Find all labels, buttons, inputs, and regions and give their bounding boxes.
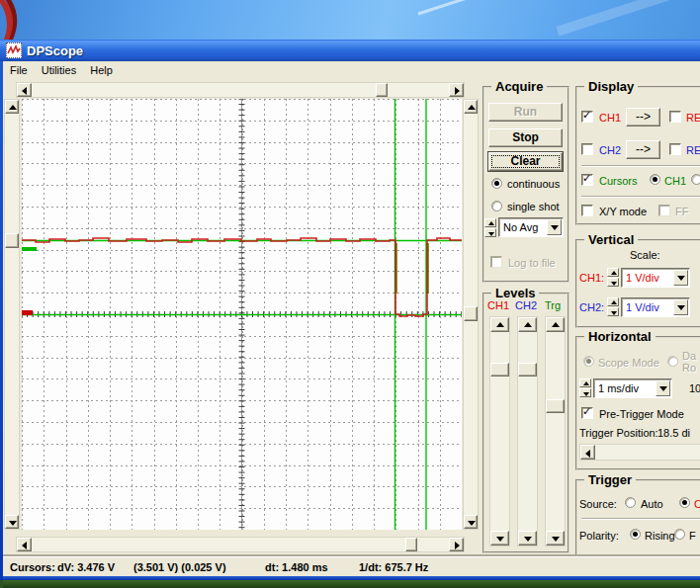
fft-checkbox[interactable]	[658, 205, 670, 216]
title-bar[interactable]: DPScope	[0, 40, 700, 61]
dropdown-arrow-icon[interactable]	[656, 380, 670, 396]
down-arrow-icon	[9, 521, 17, 526]
datarec-radio[interactable]	[667, 356, 678, 367]
run-button[interactable]: Run	[488, 103, 563, 122]
ch2-level-thumb[interactable]	[518, 363, 537, 377]
spin-down-icon[interactable]	[484, 228, 496, 237]
ch1-level-thumb[interactable]	[490, 363, 509, 377]
xy-mode-checkbox[interactable]	[581, 205, 593, 216]
screen: DPScope File Utilities Help Acquire Run …	[0, 0, 700, 588]
cursor-v2-thumb[interactable]	[464, 306, 478, 321]
trg-level-up[interactable]	[546, 317, 565, 332]
ch1-scale-spinner[interactable]	[607, 268, 619, 287]
menu-utilities[interactable]: Utilities	[35, 62, 83, 78]
trigger-source-ch1-radio[interactable]	[679, 497, 690, 508]
cursor-t2-scrollbar[interactable]	[16, 537, 465, 552]
dropdown-arrow-icon[interactable]	[673, 299, 688, 315]
ch2-level-slider[interactable]	[517, 316, 538, 546]
cursor-v1-thumb[interactable]	[5, 233, 19, 248]
cursors-ch1-radio[interactable]	[650, 174, 660, 185]
ch2-transfer-button[interactable]: -->	[626, 140, 660, 159]
menu-file[interactable]: File	[3, 62, 35, 78]
ch1-level-slider[interactable]	[489, 316, 510, 546]
trg-level-thumb[interactable]	[546, 399, 565, 413]
desktop-grass	[0, 580, 700, 588]
timebase-spinner[interactable]	[579, 378, 591, 397]
log-to-file-checkbox[interactable]	[490, 256, 502, 268]
pretrigger-label: Pre-Trigger Mode	[599, 408, 684, 420]
cursors-checkbox[interactable]	[581, 174, 593, 186]
vertical-ch2-label: CH2:	[579, 301, 604, 313]
cursor-t2-left-arrow[interactable]	[17, 538, 32, 551]
dropdown-arrow-icon[interactable]	[547, 219, 562, 235]
trigger-source-auto-radio[interactable]	[625, 497, 636, 508]
trigger-position-value: 18.5 di	[657, 427, 690, 439]
left-arrow-icon	[585, 450, 590, 458]
datarec-label-1: Da	[682, 350, 696, 362]
cursor-v1-up-arrow[interactable]	[5, 100, 19, 114]
trg-level-down[interactable]	[546, 531, 565, 546]
cursor-t1-left-arrow[interactable]	[17, 83, 32, 97]
ch2-level-down[interactable]	[518, 531, 537, 546]
ch1-display-checkbox[interactable]	[581, 111, 593, 123]
levels-trg-label: Trg	[545, 299, 561, 311]
continuous-radio[interactable]	[491, 178, 502, 189]
scope-mode-label: Scope Mode	[598, 357, 659, 369]
polarity-rising-label: Rising	[645, 530, 675, 542]
cursor-t2-right-arrow[interactable]	[449, 538, 464, 551]
avg-dropdown[interactable]: No Avg	[498, 217, 564, 237]
trigger-polarity-label: Polarity:	[579, 530, 619, 542]
window-border	[0, 576, 700, 580]
up-arrow-icon	[552, 322, 560, 327]
cursor-v2-up-arrow[interactable]	[464, 100, 478, 114]
ch2-ref-checkbox[interactable]	[669, 143, 681, 155]
spin-up-icon[interactable]	[484, 218, 496, 227]
ch2-level-up[interactable]	[518, 317, 537, 332]
ch2-scale-spinner[interactable]	[607, 297, 619, 316]
spin-up-icon[interactable]	[579, 378, 591, 387]
spin-down-icon[interactable]	[579, 388, 591, 397]
spin-down-icon[interactable]	[607, 278, 619, 287]
dropdown-arrow-icon[interactable]	[673, 270, 688, 286]
ch1-ref-checkbox[interactable]	[669, 111, 681, 123]
cursor-v2-down-arrow[interactable]	[464, 515, 478, 529]
trg-level-slider[interactable]	[545, 316, 566, 546]
up-arrow-icon	[524, 322, 532, 327]
single-shot-radio[interactable]	[491, 201, 502, 211]
ch2-scale-dropdown[interactable]: 1 V/div	[621, 297, 690, 317]
cursors-ch2-radio[interactable]	[691, 174, 700, 185]
cursor-t1-scrollbar[interactable]	[16, 82, 465, 98]
scale-label: Scale:	[630, 249, 660, 261]
stop-button[interactable]: Stop	[488, 128, 563, 147]
scope-mode-radio[interactable]	[583, 356, 594, 367]
trigger-position-scrollbar[interactable]	[579, 444, 700, 461]
ch2-display-checkbox[interactable]	[581, 143, 593, 155]
ch1-scale-dropdown[interactable]: 1 V/div	[621, 268, 690, 288]
cursor-v1-down-arrow[interactable]	[5, 515, 19, 529]
polarity-falling-radio[interactable]	[674, 529, 685, 540]
avg-spinner[interactable]	[484, 218, 496, 237]
down-arrow-icon	[524, 537, 532, 542]
polarity-rising-radio[interactable]	[630, 529, 641, 540]
scope-display[interactable]	[22, 99, 462, 530]
timebase-dropdown[interactable]: 1 ms/div	[593, 378, 672, 398]
cursor-t2-thumb[interactable]	[405, 538, 417, 551]
menu-bar: File Utilities Help	[3, 61, 700, 78]
spin-up-icon[interactable]	[607, 297, 619, 306]
menu-help[interactable]: Help	[83, 62, 120, 78]
cursors-ch1-label: CH1	[664, 175, 686, 187]
cursor-t1-right-arrow[interactable]	[449, 83, 464, 97]
spin-down-icon[interactable]	[607, 307, 619, 316]
acquire-group-title: Acquire	[491, 79, 547, 94]
pretrigger-checkbox[interactable]	[581, 407, 593, 419]
cursor-t1-thumb[interactable]	[376, 83, 388, 97]
status-dv: dV: 3.476 V	[57, 561, 115, 573]
clear-button[interactable]: Clear	[488, 152, 563, 171]
left-arrow-icon	[22, 542, 27, 549]
cursor-v1-scrollbar[interactable]	[4, 99, 20, 530]
spin-up-icon[interactable]	[607, 268, 619, 277]
ch1-level-up[interactable]	[490, 317, 509, 332]
trigger-position-left-arrow[interactable]	[580, 445, 595, 460]
ch1-level-down[interactable]	[490, 531, 509, 546]
ch1-transfer-button[interactable]: -->	[626, 108, 660, 126]
